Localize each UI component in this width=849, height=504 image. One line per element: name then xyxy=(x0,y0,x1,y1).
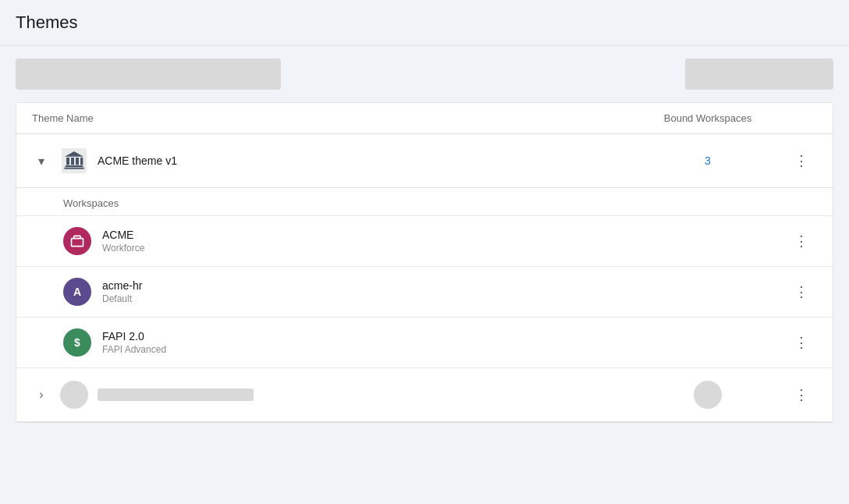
workspace-more-button-fapi[interactable]: ⋮ xyxy=(786,327,817,358)
theme-icon-bank xyxy=(60,147,88,175)
create-theme-button[interactable] xyxy=(685,59,833,90)
svg-rect-3 xyxy=(71,158,74,165)
search-input[interactable] xyxy=(16,59,281,90)
collapsed-bound-placeholder xyxy=(630,381,786,409)
workspace-name-fapi: FAPI 2.0 xyxy=(102,330,786,343)
workspace-row-fapi: $ FAPI 2.0 FAPI Advanced ⋮ xyxy=(16,318,833,368)
theme-name-acme: ACME theme v1 xyxy=(98,154,630,167)
page-title: Themes xyxy=(16,12,833,33)
svg-rect-2 xyxy=(66,158,69,165)
workspace-more-button-acme[interactable]: ⋮ xyxy=(786,225,817,257)
chevron-down-icon[interactable]: ▾ xyxy=(32,151,51,170)
workspace-type-acme: Workforce xyxy=(102,243,786,254)
workspace-avatar-acme-hr: A xyxy=(63,278,91,306)
collapsed-theme-more-button[interactable]: ⋮ xyxy=(786,379,817,410)
workspaces-label: Workspaces xyxy=(16,188,833,216)
collapsed-theme-icon-placeholder xyxy=(60,381,88,409)
workspace-avatar-letter-fapi: $ xyxy=(74,336,80,349)
bound-count-acme[interactable]: 3 xyxy=(630,154,786,167)
theme-row-collapsed[interactable]: › ⋮ xyxy=(16,368,833,422)
workspace-name-acme-hr: acme-hr xyxy=(102,279,786,292)
toolbar-left xyxy=(16,59,281,90)
svg-rect-6 xyxy=(66,165,83,167)
workspace-avatar-letter-acme-hr: A xyxy=(73,286,81,298)
col-theme-name: Theme Name xyxy=(32,112,630,124)
collapsed-bound-circle xyxy=(694,381,722,409)
workspace-info-acme: ACME Workforce xyxy=(102,229,786,254)
toolbar xyxy=(0,46,849,102)
chevron-right-icon[interactable]: › xyxy=(32,385,51,404)
theme-more-button-acme[interactable]: ⋮ xyxy=(786,145,817,176)
themes-table: Theme Name Bound Workspaces ▾ ACME theme… xyxy=(16,102,833,423)
svg-rect-5 xyxy=(80,158,83,165)
page-header: Themes xyxy=(0,0,849,46)
workspace-info-fapi: FAPI 2.0 FAPI Advanced xyxy=(102,330,786,355)
theme-row-acme[interactable]: ▾ ACME theme v1 3 ⋮ xyxy=(16,134,833,188)
workspace-avatar-acme xyxy=(63,227,91,255)
workspace-info-acme-hr: acme-hr Default xyxy=(102,279,786,304)
collapsed-theme-bar xyxy=(98,389,254,401)
workspace-type-fapi: FAPI Advanced xyxy=(102,344,786,355)
workspaces-section: Workspaces ACME Workforce ⋮ A acme-hr De xyxy=(16,188,833,368)
table-header: Theme Name Bound Workspaces xyxy=(16,103,833,134)
collapsed-theme-name-placeholder xyxy=(98,389,630,401)
workspace-row-acme-hr: A acme-hr Default ⋮ xyxy=(16,267,833,318)
workspace-type-acme-hr: Default xyxy=(102,293,786,304)
workspace-name-acme: ACME xyxy=(102,229,786,241)
workspace-row-acme: ACME Workforce ⋮ xyxy=(16,216,833,267)
svg-rect-4 xyxy=(76,158,79,165)
col-bound-workspaces: Bound Workspaces xyxy=(630,112,786,124)
svg-rect-7 xyxy=(64,168,83,169)
workspace-more-button-acme-hr[interactable]: ⋮ xyxy=(786,276,817,307)
workspace-avatar-fapi: $ xyxy=(63,328,91,357)
